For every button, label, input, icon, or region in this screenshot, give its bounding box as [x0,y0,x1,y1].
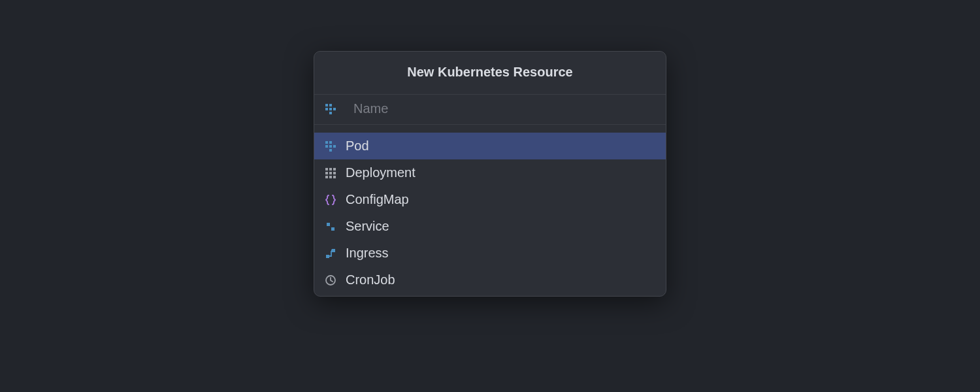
svg-rect-5 [329,112,332,114]
svg-rect-23 [326,255,329,258]
pod-icon [323,139,338,154]
resource-item-label: Deployment [346,165,416,180]
resource-item-deployment[interactable]: Deployment [314,159,666,186]
svg-rect-17 [333,172,336,174]
svg-rect-7 [329,141,332,144]
resource-item-label: Ingress [346,246,389,261]
svg-rect-6 [325,141,328,144]
dialog-header: New Kubernetes Resource [314,52,666,95]
service-icon [323,220,338,234]
resource-item-label: Service [346,219,389,234]
resource-item-service[interactable]: Service [314,213,666,240]
resource-list: Pod Deployme [314,125,666,296]
svg-rect-10 [333,145,336,148]
svg-rect-2 [325,108,328,110]
resource-item-label: ConfigMap [346,192,409,207]
deployment-icon [323,166,338,180]
resource-item-pod[interactable]: Pod [314,133,666,159]
ingress-icon [323,246,338,261]
resource-item-configmap[interactable]: ConfigMap [314,186,666,213]
new-kubernetes-resource-dialog: New Kubernetes Resource [314,51,666,297]
cronjob-icon [323,273,338,287]
svg-rect-18 [325,176,328,178]
svg-rect-12 [325,168,328,171]
dialog-title: New Kubernetes Resource [314,65,666,80]
resource-item-cronjob[interactable]: CronJob [314,267,666,293]
svg-rect-4 [333,108,336,110]
svg-rect-11 [329,149,332,152]
name-input[interactable] [353,101,657,116]
svg-rect-16 [329,172,332,174]
configmap-icon [323,193,338,207]
resource-item-label: CronJob [346,272,395,287]
resource-item-ingress[interactable]: Ingress [314,240,666,267]
svg-rect-3 [329,108,332,110]
svg-rect-8 [325,145,328,148]
svg-rect-15 [325,172,328,174]
svg-rect-20 [333,176,336,178]
svg-rect-14 [333,168,336,171]
resource-item-label: Pod [346,139,369,154]
name-icon [323,102,338,116]
svg-rect-19 [329,176,332,178]
svg-rect-1 [329,104,332,106]
svg-rect-13 [329,168,332,171]
name-row [314,95,666,125]
svg-rect-0 [325,104,328,106]
svg-rect-21 [327,223,330,226]
svg-rect-9 [329,145,332,148]
svg-rect-22 [331,227,335,231]
